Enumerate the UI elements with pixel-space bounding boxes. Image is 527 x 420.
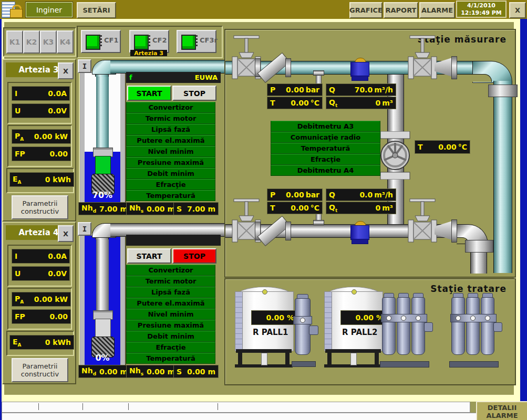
line-temperature-readout: T 0.00°C [415,141,470,153]
raport-button[interactable]: RAPORT [384,2,418,18]
flow-readout-a3: Q 70.0m³/h [326,84,396,96]
flow-readout-a4: Q 0.0m³/h [326,189,396,201]
cf2-tag: Artezia 3 [130,50,167,56]
alarm-presiune: Presiune maximă [126,320,215,331]
pump-brand: EUWA [195,74,218,81]
session-lock-icon[interactable] [2,1,23,18]
k2-button[interactable]: K2 [23,30,40,54]
tank2-name: R PALL2 [342,328,378,337]
pump4-stop-button[interactable]: STOP [172,248,216,264]
scada-screen: Inginer SETĂRI GRAFICE RAPORT ALARME 4/1… [0,0,527,420]
artezia4-params-button[interactable]: Parametrii constructiv [12,358,68,382]
gate-valve[interactable] [407,198,438,243]
nhs-readout: Nhs 0.00 m [127,365,178,377]
pump4-start-button[interactable]: START [127,248,171,264]
treatment-station-box: Staţie tratare 0.00 % R PALL1 [224,278,516,385]
artezia3-close-button[interactable]: X [58,62,74,79]
alarm-putere: Putere el.maximă [126,298,215,309]
alarm-details-button[interactable]: DETALII ALARME [476,401,527,420]
filter-port [309,326,318,335]
k1-button[interactable]: K1 [6,30,23,54]
active-power-readout: PA 0.00 kW [12,130,70,143]
tank-vent-dot [352,289,357,295]
cf1-label: CF1 [104,36,118,44]
nhd-readout: Nhd 0.00 m [79,365,130,377]
close-window-button[interactable]: X [509,2,526,18]
user-role-button[interactable]: Inginer [26,2,73,17]
total-flow-readout-a4: Qt 0m³ [326,202,396,214]
artezia3-params-button[interactable]: Parametrii constructiv [12,195,68,219]
alarm-efractie: Efracţie [126,342,215,353]
artezia4-iu-group: I0.0A U0.0V [7,245,72,287]
tank-rpall2: 0.00 % R PALL2 [324,287,383,368]
nhs-readout: Nhs 0.00 m [127,203,178,215]
artezia3-iu-group: I0.0A U0.0V [7,82,72,124]
current-readout: I0.0A [12,87,69,100]
tank1-level-readout: 0.00 % [252,311,297,324]
cf3-device[interactable]: CF3r [177,30,216,53]
cf1-device[interactable]: CF1 [81,30,121,53]
status-comunicatie: Comunicaţie radio [271,132,380,143]
cf1-display [86,35,100,50]
water-meter [350,221,369,245]
filter-bank-1 [382,293,435,368]
power-factor-readout: FP0.00 [12,310,70,323]
pump3-section: 70% I f EUWA START STOP Convertizor Term… [77,59,220,215]
pressure-readout-a4: P 0.00bar [267,189,322,201]
time-text: 12:19:49 PM [461,9,502,17]
pump3-info-button[interactable]: I [78,59,91,73]
alarm-line-2 [2,413,477,420]
gate-valve[interactable] [407,35,438,80]
filter-unit-1 [295,294,322,368]
measure-station-box: Staţie măsurare [224,29,516,278]
total-flow-readout-a3: Qt 0m³ [326,97,396,109]
cf3-display [181,35,196,50]
pump3-level-text: 70% [85,190,120,200]
alarm-debit: Debit minim [126,168,215,179]
alarm-termic: Termic motor [126,113,215,124]
pipe-flange [488,85,518,97]
riser-pipe [96,73,109,152]
alarm-nivel: Nivel minim [126,146,215,157]
filter-port [424,322,433,332]
alarme-button[interactable]: ALARME [419,2,455,18]
alarm-efractie: Efracţie [126,179,215,190]
voltage-readout: U0.0V [12,104,69,118]
grafice-button[interactable]: GRAFICE [349,2,383,18]
tank-rpall1: 0.00 % R PALL1 [235,287,294,368]
settings-button[interactable]: SETĂRI [77,2,116,18]
alarm-presiune: Presiune maximă [126,157,215,168]
treatment-station-title: Staţie tratare [430,284,507,294]
status-efractie: Efracţie [271,154,380,165]
alarm-line-1 [2,402,470,413]
pump3-stop-button[interactable]: STOP [172,86,216,101]
k4-button[interactable]: K4 [57,30,74,54]
pump4-level-text: 0% [85,353,120,363]
power-factor-readout: FP0.00 [12,147,70,161]
riser-pipe [96,236,109,314]
pump3-start-button[interactable]: START [127,86,171,101]
energy-readout: EA 0 kWh [10,173,74,186]
water-meter [350,58,369,82]
clock-display: 4/1/2010 12:19:49 PM [456,1,507,18]
cf-panel: CF1 CF2 Artezia 3 CF3r [77,26,223,58]
artezia3-panel: Artezia 3 X I0.0A U0.0V PA 0.00 kW FP0.0… [2,59,76,222]
frame-strip-top [0,19,527,22]
top-bar: Inginer SETĂRI GRAFICE RAPORT ALARME 4/1… [0,0,527,19]
artezia4-close-button[interactable]: X [58,225,74,242]
butterfly-valve[interactable] [378,131,412,180]
date-text: 4/1/2010 [467,2,495,9]
status-debitmetru-a3: Debitmetru A3 [271,121,380,132]
pump3-motor-indicator [95,156,111,175]
active-power-readout: PA 0.00 kW [12,292,70,306]
energy-readout: EA 0 kWh [10,335,74,349]
tank2-level-readout: 0.00 % [341,311,386,324]
cf3-label: CF3r [200,36,218,44]
current-readout: I0.0A [12,249,69,263]
pump4-section: 0% I START STOP Convertizor Termic motor… [77,222,220,378]
alarm-lipsa-faza: Lipsă fază [126,287,215,298]
k-button-panel: K1 K2 K3 K4 [3,27,76,57]
tank-vent-dot [262,289,267,295]
k3-button[interactable]: K3 [40,30,57,54]
pump4-info-button[interactable]: I [78,222,91,236]
